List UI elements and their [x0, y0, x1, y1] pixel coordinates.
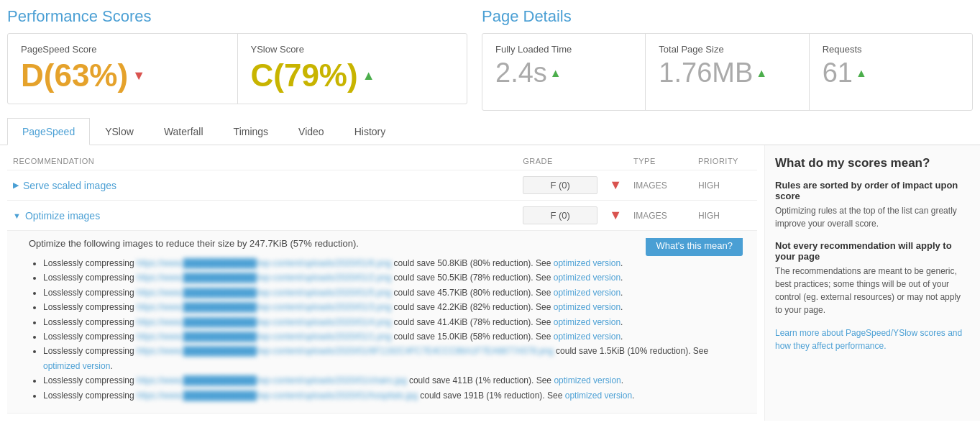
yslow-label: YSlow Score: [251, 44, 454, 55]
grade-badge-optimize-images: F (0): [523, 206, 597, 224]
sidebar-section2-heading: Not every recommendation will apply to y…: [775, 240, 970, 262]
image-list: Losslessly compressing https://www.█████…: [29, 256, 743, 403]
loaded-label: Fully Loaded Time: [495, 44, 632, 55]
item-url-link[interactable]: https://www.████████████/wp-content/uplo…: [137, 375, 407, 385]
pagespeed-score-item: PageSpeed Score D(63%) ▼: [8, 34, 238, 104]
item-url-link[interactable]: https://www.████████████/wp-content/uplo…: [137, 332, 391, 342]
priority-header: PRIORITY: [692, 152, 757, 170]
tab-waterfall[interactable]: Waterfall: [149, 118, 219, 145]
item-suffix: could save 50.8KiB (80% reduction). See: [391, 258, 553, 268]
item-url-link[interactable]: https://www.████████████/wp-content/uplo…: [137, 391, 418, 401]
optimized-version-link[interactable]: optimized version: [554, 258, 620, 268]
loaded-arrow: ▲: [550, 67, 562, 80]
list-item: Losslessly compressing https://www.█████…: [43, 388, 743, 403]
scores-box: PageSpeed Score D(63%) ▼ YSlow Score C(7…: [7, 33, 467, 104]
item-period: .: [110, 361, 112, 371]
chevron-down-icon: ▼: [13, 211, 21, 220]
item-url-link[interactable]: https://www.████████████/wp-content/uplo…: [137, 302, 391, 312]
item-url-link[interactable]: https://www.████████████/wp-content/uplo…: [137, 258, 391, 268]
sidebar-section1-heading: Rules are sorted by order of impact upon…: [775, 180, 970, 201]
pagespeed-value: D(63%) ▼: [21, 58, 224, 93]
item-suffix: could save 45.7KiB (80% reduction). See: [391, 288, 553, 298]
item-period: .: [620, 288, 623, 298]
sidebar-section1-text: Optimizing rules at the top of the list …: [775, 204, 970, 230]
optimized-version-link[interactable]: optimized version: [565, 391, 632, 401]
rec-name-serve-scaled[interactable]: ▶ Serve scaled images: [13, 180, 511, 191]
sidebar-section-1: Rules are sorted by order of impact upon…: [775, 180, 970, 230]
item-suffix: could save 41.4KiB (78% reduction). See: [391, 317, 553, 327]
expand-description: Optimize the following images to reduce …: [29, 238, 743, 249]
expanded-row: What's this mean? Optimize the following…: [7, 231, 757, 414]
rec-label-optimize-images: Optimize images: [25, 210, 100, 221]
yslow-arrow: ▲: [362, 68, 375, 83]
item-prefix: Losslessly compressing: [43, 346, 137, 356]
pagespeed-label: PageSpeed Score: [21, 44, 224, 55]
priority-optimize-images: HIGH: [698, 211, 720, 221]
item-period: .: [620, 332, 623, 342]
size-value-text: 1.76MB: [659, 58, 753, 88]
details-box: Fully Loaded Time 2.4s ▲ Total Page Size…: [482, 33, 973, 111]
whats-mean-button[interactable]: What's this mean?: [646, 238, 743, 256]
priority-serve-scaled: HIGH: [698, 181, 720, 191]
item-url-link[interactable]: https://www.████████████/wp-content/uplo…: [137, 346, 554, 356]
yslow-score-item: YSlow Score C(79%) ▲: [238, 34, 467, 104]
item-period: .: [620, 317, 623, 327]
item-period: .: [620, 258, 623, 268]
tab-timings[interactable]: Timings: [219, 118, 284, 145]
type-optimize-images: IMAGES: [633, 211, 667, 221]
grade-header: GRADE: [517, 152, 603, 170]
tab-pagespeed[interactable]: PageSpeed: [7, 118, 90, 145]
list-item: Losslessly compressing https://www.█████…: [43, 286, 743, 300]
page-details-panel: Page Details Fully Loaded Time 2.4s ▲ To…: [467, 7, 973, 111]
sidebar-section-2: Not every recommendation will apply to y…: [775, 240, 970, 316]
requests-label: Requests: [823, 44, 959, 55]
item-url-link[interactable]: https://www.████████████/wp-content/uplo…: [137, 273, 391, 283]
recommendations-table: RECOMMENDATION GRADE TYPE PRIORITY ▶ Ser…: [7, 152, 757, 414]
requests-value: 61 ▲: [823, 58, 959, 88]
loaded-time-item: Fully Loaded Time 2.4s ▲: [482, 34, 646, 110]
yslow-score-text: C(79%): [251, 58, 358, 93]
requests-item: Requests 61 ▲: [810, 34, 972, 110]
item-prefix: Losslessly compressing: [43, 302, 137, 312]
optimized-version-link[interactable]: optimized version: [554, 302, 620, 312]
main-content: RECOMMENDATION GRADE TYPE PRIORITY ▶ Ser…: [0, 145, 980, 421]
recommendations-panel: RECOMMENDATION GRADE TYPE PRIORITY ▶ Ser…: [0, 145, 764, 421]
tab-video[interactable]: Video: [283, 118, 339, 145]
requests-arrow: ▲: [856, 67, 867, 80]
tab-history[interactable]: History: [339, 118, 401, 145]
rec-name-optimize-images[interactable]: ▼ Optimize images: [13, 210, 511, 221]
item-suffix: could save 411B (1% reduction). See: [407, 375, 554, 385]
item-period: .: [632, 391, 634, 401]
grade-arrow-serve-scaled: ▼: [609, 178, 622, 192]
optimized-version-link[interactable]: optimized version: [554, 375, 620, 385]
list-item: Losslessly compressing https://www.█████…: [43, 300, 743, 314]
item-prefix: Losslessly compressing: [43, 317, 137, 327]
item-url-link[interactable]: https://www.████████████/wp-content/uplo…: [137, 317, 391, 327]
page-size-item: Total Page Size 1.76MB ▲: [646, 34, 809, 110]
optimized-version-link[interactable]: optimized version: [554, 332, 620, 342]
optimized-version-link[interactable]: optimized version: [554, 317, 620, 327]
item-suffix: could save 191B (1% reduction). See: [418, 391, 565, 401]
sidebar-title: What do my scores mean?: [775, 155, 970, 171]
sidebar-learn-more-link[interactable]: Learn more about PageSpeed/YSlow scores …: [775, 328, 962, 351]
sidebar-panel: What do my scores mean? Rules are sorted…: [764, 145, 980, 421]
arrow-header: [603, 152, 628, 170]
optimized-version-link[interactable]: optimized version: [43, 361, 110, 371]
optimized-version-link[interactable]: optimized version: [554, 288, 620, 298]
tabs-bar: PageSpeed YSlow Waterfall Timings Video …: [0, 118, 980, 145]
list-item: Losslessly compressing https://www.█████…: [43, 270, 743, 285]
rec-label-serve-scaled: Serve scaled images: [23, 180, 116, 191]
type-header: TYPE: [628, 152, 692, 170]
list-item: Losslessly compressing https://www.█████…: [43, 344, 743, 373]
optimized-version-link[interactable]: optimized version: [554, 273, 620, 283]
item-suffix: could save 15.0KiB (58% reduction). See: [391, 332, 553, 342]
list-item: Losslessly compressing https://www.█████…: [43, 315, 743, 329]
item-period: .: [620, 273, 623, 283]
table-row: ▶ Serve scaled images F (0) ▼ IMAGES: [7, 170, 757, 201]
item-url-link[interactable]: https://www.████████████/wp-content/uplo…: [137, 288, 391, 298]
table-row: ▼ Optimize images F (0) ▼ IMAGES HIGH: [7, 201, 757, 231]
tab-yslow[interactable]: YSlow: [90, 118, 149, 145]
item-prefix: Losslessly compressing: [43, 273, 137, 283]
list-item: Losslessly compressing https://www.█████…: [43, 373, 743, 388]
item-prefix: Losslessly compressing: [43, 332, 137, 342]
